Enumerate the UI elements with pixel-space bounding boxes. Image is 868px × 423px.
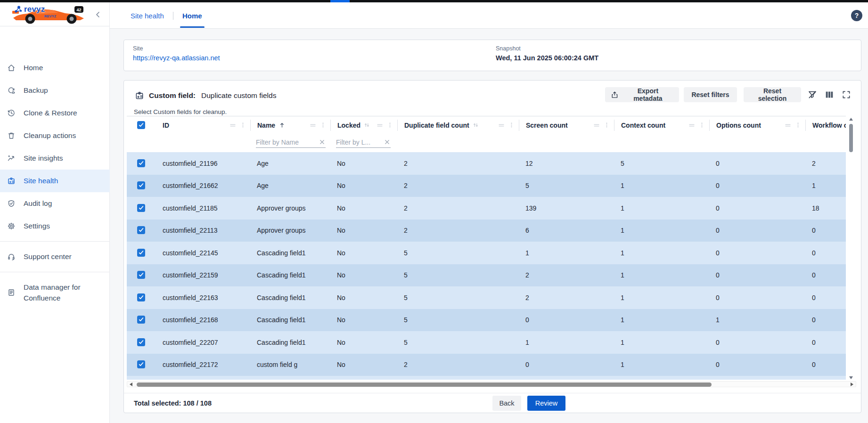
column-header-duplicate-field-count[interactable]: Duplicate field count [397,120,519,131]
table-cell: customfield_22113 [156,227,250,234]
table-row: customfield_22172custom field gNo20100 [127,354,846,376]
table-cell: 1 [519,249,614,257]
column-menu-icon[interactable] [794,122,802,129]
row-checkbox[interactable] [137,338,145,346]
column-header-name[interactable]: Name [250,120,330,131]
clear-filter-icon[interactable] [319,138,326,146]
sidebar-item-home[interactable]: Home [0,57,110,79]
drag-handle-icon[interactable] [229,122,237,129]
horizontal-scrollbar-thumb[interactable] [137,382,712,387]
column-header-context-count[interactable]: Context count [614,120,709,131]
row-checkbox[interactable] [137,316,145,324]
sidebar-item-support-center[interactable]: Support center [0,245,110,268]
drag-handle-icon[interactable] [593,122,600,129]
sidebar-item-backup[interactable]: Backup [0,79,110,102]
gear-icon [7,222,16,230]
column-label: Name [257,122,275,129]
drag-handle-icon[interactable] [376,122,384,129]
column-menu-icon[interactable] [508,122,515,129]
clear-filter-icon[interactable] [384,138,391,146]
sidebar-item-cleanup-actions[interactable]: Cleanup actions [0,124,110,147]
review-button[interactable]: Review [527,396,565,411]
site-url-link[interactable]: https://revyz-qa.atlassian.net [133,54,220,62]
table-cell: No [330,204,397,212]
row-checkbox[interactable] [137,249,145,257]
vertical-scrollbar[interactable] [848,116,854,380]
sidebar-item-clone-restore[interactable]: Clone & Restore [0,102,110,124]
table-row: customfield_22145Cascading field1No51100 [127,242,846,264]
reset-filters-button[interactable]: Reset filters [684,87,737,102]
drag-handle-icon[interactable] [784,122,792,129]
table-cell: customfield_22168 [156,316,250,324]
row-checkbox[interactable] [137,293,145,301]
backup-icon [7,86,16,95]
sidebar-item-site-health[interactable]: Site health [0,170,110,192]
column-label: Duplicate field count [404,122,469,129]
filter-locked-input[interactable] [336,138,381,146]
drag-handle-icon[interactable] [688,122,696,129]
table-filter-row [127,134,846,152]
help-button[interactable]: ? [851,10,862,21]
table-cell: 0 [805,316,846,324]
vert-scrollbar-thumb[interactable] [849,124,853,152]
column-header-screen-count[interactable]: Screen count [519,120,614,131]
sidebar-collapse-button[interactable] [92,9,104,20]
column-header-locked[interactable]: Locked [330,120,397,131]
sidebar-item-label: Settings [24,222,50,230]
column-header-options-count[interactable]: Options count [709,120,805,131]
column-menu-icon[interactable] [698,122,705,129]
column-menu-icon[interactable] [603,122,610,129]
table-cell: 2 [397,204,519,212]
drag-handle-icon[interactable] [498,122,505,129]
columns-icon[interactable] [824,90,835,99]
export-metadata-button[interactable]: Export metadata [605,87,679,102]
check-icon [138,339,144,345]
table-cell: 5 [397,316,519,324]
select-all-checkbox[interactable] [137,121,145,129]
drag-handle-icon[interactable] [309,122,317,129]
table-cell: 0 [805,271,846,279]
custom-fields-panel: Custom field: Duplicate custom fields Ex… [123,80,861,413]
table-row: customfield_21185Approver groupsNo213910… [127,197,846,220]
reset-selection-button[interactable]: Reset selection [744,87,801,102]
column-menu-icon[interactable] [239,122,246,129]
sort-both-icon [472,122,479,129]
tab-site-health[interactable]: Site health [130,12,165,20]
table-row: customfield_21662AgeNo25101 [127,175,846,197]
scroll-up-arrow-icon[interactable] [849,118,853,121]
row-checkbox[interactable] [137,226,145,234]
locked-filter [336,138,391,148]
table-cell: 0 [805,294,846,301]
table-cell: No [330,182,397,189]
column-menu-icon[interactable] [386,122,393,129]
filter-name-input[interactable] [256,138,316,146]
column-menu-icon[interactable] [319,122,327,129]
sidebar-item-data-manager-confluence[interactable]: Data manager for Confluence [0,276,110,309]
check-icon [138,182,144,188]
scroll-down-arrow-icon[interactable] [849,376,853,379]
table-cell: No [330,227,397,234]
sidebar-divider [0,241,110,242]
column-header-workflow-count[interactable]: Workflow count [805,120,846,131]
filter-off-icon[interactable] [807,90,818,99]
fullscreen-icon[interactable] [841,90,852,99]
tab-home[interactable]: Home [181,12,203,20]
scroll-right-arrow-icon[interactable] [851,382,853,386]
sidebar: REVYZ 42 revyz Home [0,2,110,423]
custom-fields-table: ID Name Locked [127,116,846,376]
horizontal-scrollbar[interactable] [127,381,856,387]
sidebar-item-settings[interactable]: Settings [0,215,110,237]
back-button[interactable]: Back [492,396,521,411]
sidebar-item-site-insights[interactable]: Site insights [0,147,110,170]
column-header-id[interactable]: ID [156,120,250,131]
check-icon [138,361,144,367]
table-cell: 5 [614,160,709,167]
row-checkbox[interactable] [137,204,145,212]
row-checkbox[interactable] [137,181,145,189]
row-checkbox[interactable] [137,159,145,167]
export-metadata-label: Export metadata [622,87,673,102]
scroll-left-arrow-icon[interactable] [130,382,132,386]
row-checkbox[interactable] [137,360,145,368]
sidebar-item-audit-log[interactable]: Audit log [0,192,110,215]
row-checkbox[interactable] [137,271,145,279]
